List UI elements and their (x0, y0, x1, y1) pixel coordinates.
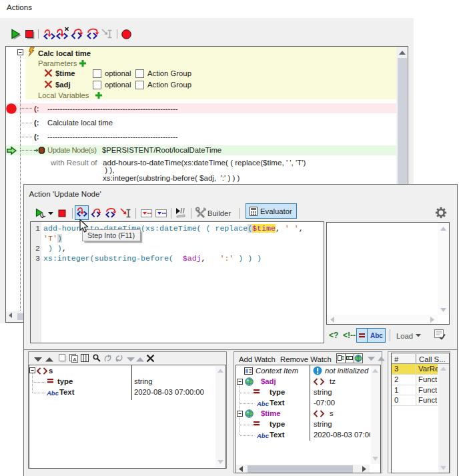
svg-text:A: A (73, 357, 77, 363)
